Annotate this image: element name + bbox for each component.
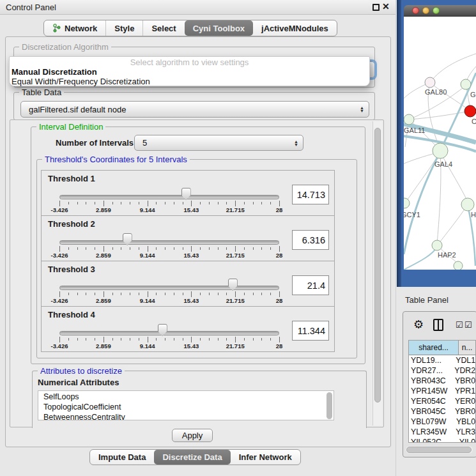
tab-style[interactable]: Style: [105, 20, 142, 36]
tick-mark: [200, 338, 201, 341]
threshold-slider[interactable]: -3.4262.8599.14415.4321.71528: [59, 307, 279, 353]
tick-mark: [218, 338, 219, 341]
dropdown-item-equal-width[interactable]: Equal Width/Frequency Discretization: [11, 77, 368, 86]
tick-mark: [183, 293, 183, 295]
checkbox-checked-icon[interactable]: ☑: [464, 321, 472, 329]
network-node-gal4[interactable]: [433, 143, 448, 158]
tab-select[interactable]: Select: [142, 20, 184, 36]
column-header-shared-name[interactable]: shared...: [409, 341, 459, 355]
float-window-icon[interactable]: [372, 4, 380, 11]
network-node-g[interactable]: [461, 79, 471, 89]
network-node-bottom[interactable]: [454, 261, 463, 270]
table-row[interactable]: YBL079WYBL0: [409, 417, 475, 427]
list-scrollbar-thumb[interactable]: [326, 392, 332, 419]
tick-mark: [261, 202, 262, 204]
table-row[interactable]: YLR345WYLR3: [409, 427, 475, 437]
cell-shared-name[interactable]: YBR045C: [409, 406, 452, 417]
threshold-slider[interactable]: -3.4262.8599.14415.4321.71528: [59, 216, 279, 262]
cell-shared-name[interactable]: YDR27...: [409, 365, 452, 376]
cell-name[interactable]: YPR1: [452, 386, 475, 396]
cell-name[interactable]: YBL0: [454, 417, 475, 427]
cell-name[interactable]: YBR0: [452, 406, 475, 417]
cell-name[interactable]: YBR0: [452, 376, 475, 386]
cell-shared-name[interactable]: YBL079W: [409, 417, 454, 427]
scrollbar-thumb[interactable]: [406, 447, 472, 453]
cell-shared-name[interactable]: YER054C: [409, 396, 452, 406]
tick-mark: [235, 201, 236, 206]
cell-name[interactable]: YER0: [452, 396, 475, 406]
apply-button[interactable]: Apply: [172, 429, 213, 442]
columns-icon[interactable]: [433, 319, 443, 331]
checkbox-checked-icon[interactable]: ☑: [456, 321, 463, 329]
threshold-value-field[interactable]: 14.713: [292, 185, 329, 204]
tick-mark: [253, 293, 254, 295]
threshold-slider[interactable]: -3.4262.8599.14415.4321.71528: [59, 171, 279, 217]
threshold-value-field[interactable]: 6.316: [292, 230, 329, 250]
tick-label: 15.43: [184, 297, 199, 304]
cell-shared-name[interactable]: YPR145W: [409, 386, 452, 396]
network-node-red[interactable]: [464, 105, 476, 117]
vertical-scrollbar[interactable]: [372, 121, 382, 426]
table-row[interactable]: YPR145WYPR1: [409, 386, 475, 396]
table-row[interactable]: YER054CYER0: [409, 396, 475, 406]
slider-track[interactable]: [59, 331, 279, 335]
network-canvas[interactable]: GAL80 GAL11 GAL4 GCY1 HAP2 G C H: [404, 17, 476, 270]
threshold-value-field[interactable]: 11.344: [292, 321, 329, 341]
scrollbar-thumb[interactable]: [374, 128, 381, 403]
network-node-h[interactable]: [461, 198, 474, 211]
mac-close-button[interactable]: [412, 7, 419, 14]
cell-name[interactable]: YIL0: [457, 437, 475, 443]
numerical-attributes-list[interactable]: SelfLoopsTopologicalCoefficientBetweenne…: [38, 390, 334, 420]
cell-shared-name[interactable]: YLR345W: [409, 427, 453, 437]
slider-track[interactable]: [59, 286, 279, 290]
slider-tick-labels: -3.4262.8599.14415.4321.71528: [59, 252, 279, 259]
threshold-list: Threshold 1 -3.4262.8599.14415.4321.7152…: [41, 170, 335, 352]
table-row[interactable]: YBR043CYBR0: [409, 376, 475, 386]
threshold-value-field[interactable]: 21.4: [292, 275, 329, 295]
table-row[interactable]: YDR27...YDR2: [409, 365, 475, 376]
mac-zoom-button[interactable]: [433, 7, 440, 14]
column-header-name[interactable]: n...: [459, 341, 475, 355]
tick-mark: [253, 247, 254, 250]
cell-name[interactable]: YLR3: [453, 427, 475, 437]
tab-impute-data[interactable]: Impute Data: [90, 450, 154, 464]
slider-track[interactable]: [59, 195, 279, 199]
tab-discretize-data[interactable]: Discretize Data: [154, 450, 230, 464]
tab-jactivemnodules[interactable]: jActiveMNodules: [253, 20, 337, 36]
table-data-combobox[interactable]: galFiltered.sif default node ▲▼: [20, 101, 369, 118]
table-row[interactable]: YIL052CYIL0: [409, 437, 475, 443]
tick-mark: [148, 291, 148, 297]
slider-track[interactable]: [59, 240, 279, 245]
node-label: GAL11: [404, 127, 425, 134]
attribute-item[interactable]: BetweennessCentrality: [43, 412, 334, 420]
tab-network[interactable]: Network: [44, 20, 105, 36]
tick-label: -3.426: [51, 252, 68, 259]
mac-minimize-button[interactable]: [422, 7, 429, 14]
cell-shared-name[interactable]: YDL19...: [409, 355, 453, 365]
number-of-intervals-combobox[interactable]: 5 ▲▼: [134, 135, 303, 151]
network-node-gal80[interactable]: [425, 77, 435, 88]
table-row[interactable]: YBR045CYBR0: [409, 406, 475, 417]
table-row[interactable]: YDL19...YDL1: [409, 355, 475, 365]
tick-mark: [148, 246, 148, 252]
threshold-slider[interactable]: -3.4262.8599.14415.4321.71528: [59, 261, 279, 307]
gear-icon[interactable]: ⚙: [413, 318, 424, 332]
cell-shared-name[interactable]: YBR043C: [409, 376, 452, 386]
network-window-titlebar[interactable]: [404, 5, 476, 17]
table-toolbar: ⚙ ☑ ☑: [403, 312, 476, 339]
attribute-item[interactable]: SelfLoops: [43, 392, 334, 402]
tick-mark: [270, 293, 271, 295]
network-node-hap2[interactable]: [432, 240, 442, 250]
dropdown-item-manual[interactable]: Manual Discretization: [11, 67, 368, 77]
tick-mark: [77, 247, 78, 250]
cell-shared-name[interactable]: YIL052C: [409, 437, 457, 443]
horizontal-scrollbar[interactable]: [406, 446, 473, 454]
attribute-item[interactable]: TopologicalCoefficient: [43, 402, 334, 412]
cell-name[interactable]: YDR2: [452, 365, 475, 376]
tab-cyni-toolbox[interactable]: Cyni Toolbox: [185, 20, 253, 36]
tab-infer-network[interactable]: Infer Network: [231, 450, 300, 464]
network-node-gcy1[interactable]: [404, 198, 410, 208]
close-icon[interactable]: ✕: [382, 1, 390, 12]
network-node-gal11[interactable]: [404, 114, 414, 125]
cell-name[interactable]: YDL1: [453, 355, 475, 365]
